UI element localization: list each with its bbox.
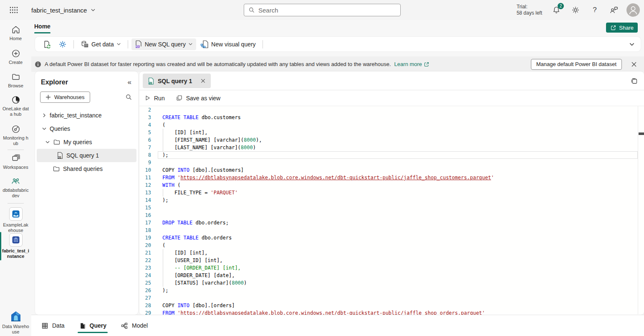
explorer-search-icon[interactable] bbox=[125, 94, 132, 101]
search-input[interactable] bbox=[258, 7, 396, 14]
account-avatar[interactable] bbox=[626, 3, 640, 17]
help-button[interactable]: ? bbox=[588, 3, 601, 17]
query-editor: SQL SQL query 1 Run Save as view 23CREAT… bbox=[139, 71, 644, 315]
line-number: 5 bbox=[139, 129, 151, 136]
run-button[interactable]: Run bbox=[144, 95, 165, 102]
line-number: 10 bbox=[139, 166, 151, 174]
code-line[interactable]: 3CREATE TABLE dbo.customers bbox=[139, 114, 644, 121]
line-number: 28 bbox=[139, 302, 151, 309]
tab-query[interactable]: Query bbox=[79, 322, 106, 329]
banner-close-icon[interactable] bbox=[630, 61, 638, 68]
code-line[interactable]: 16 bbox=[139, 211, 644, 219]
line-number: 19 bbox=[139, 234, 151, 242]
code-line[interactable]: 18 bbox=[139, 227, 644, 234]
code-line[interactable]: 17DROP TABLE dbo.orders; bbox=[139, 219, 644, 227]
line-number: 13 bbox=[139, 189, 151, 196]
nav-lakehouse[interactable]: ExampleLakehouse bbox=[0, 207, 31, 233]
line-number: 22 bbox=[139, 257, 151, 264]
code-line[interactable]: 5 [ID] [int], bbox=[139, 129, 644, 136]
nav-current-workspace[interactable]: dbtlabsfabricdev bbox=[0, 177, 31, 199]
code-line[interactable]: 14); bbox=[139, 196, 644, 204]
code-editor[interactable]: 23CREATE TABLE dbo.customers4(5 [ID] [in… bbox=[139, 106, 644, 314]
line-number: 6 bbox=[139, 136, 151, 144]
manage-dataset-button[interactable]: Manage default Power BI dataset bbox=[531, 59, 622, 70]
search-box[interactable] bbox=[244, 4, 401, 16]
settings-button[interactable] bbox=[569, 3, 582, 17]
new-warehouse-button[interactable]: Warehouses bbox=[40, 92, 90, 103]
tree-item-sql-query[interactable]: SQL SQL query 1 bbox=[37, 149, 136, 162]
report-refresh-icon bbox=[43, 40, 51, 48]
code-line[interactable]: 10COPY INTO [dbo].[customers] bbox=[139, 166, 644, 174]
code-line[interactable]: 28COPY INTO [dbo].[orders] bbox=[139, 302, 644, 309]
tree-item-shared-queries[interactable]: Shared queries bbox=[35, 162, 138, 176]
ribbon-collapse-button[interactable] bbox=[627, 40, 636, 49]
code-line[interactable]: 22 [USER_ID] [int], bbox=[139, 257, 644, 264]
code-line[interactable]: 29FROM 'https://dbtlabsynapsedatalake.bl… bbox=[139, 309, 644, 315]
svg-text:SQL: SQL bbox=[149, 82, 152, 84]
tree-item-queries[interactable]: Queries bbox=[35, 122, 138, 135]
external-link-icon bbox=[424, 61, 429, 67]
nav-warehouse[interactable]: fabric_test_instance bbox=[0, 233, 31, 259]
line-number: 16 bbox=[139, 211, 151, 219]
code-line[interactable]: 12WITH ( bbox=[139, 181, 644, 189]
nav-onelake-data-hub[interactable]: OneLake data hub bbox=[0, 95, 31, 117]
tab-model[interactable]: Model bbox=[121, 322, 148, 329]
notification-badge: 2 bbox=[558, 3, 564, 9]
learn-more-link[interactable]: Learn more bbox=[394, 61, 429, 67]
code-line[interactable]: 4( bbox=[139, 121, 644, 129]
code-line[interactable]: 21 [ID] [int], bbox=[139, 249, 644, 257]
ribbon-toolbar: Get data SQL New SQL query New visual qu… bbox=[35, 37, 641, 51]
tab-home[interactable]: Home bbox=[34, 23, 51, 32]
code-line[interactable]: 27 bbox=[139, 294, 644, 302]
workspace-switcher[interactable]: fabric_test_instance bbox=[31, 0, 96, 20]
tree-item-my-queries[interactable]: My queries bbox=[35, 135, 138, 149]
new-sql-query-button[interactable]: SQL New SQL query bbox=[131, 38, 196, 50]
tree-item-warehouse[interactable]: fabric_test_instance bbox=[35, 109, 138, 122]
chevron-down-icon bbox=[629, 41, 635, 47]
query-tab[interactable]: SQL SQL query 1 bbox=[143, 74, 211, 88]
code-line[interactable]: 6 [FIRST_NAME] [varchar](8000), bbox=[139, 136, 644, 144]
editor-tabstrip: SQL SQL query 1 bbox=[139, 71, 644, 90]
tab-data[interactable]: Data bbox=[41, 322, 65, 329]
close-tab-icon[interactable] bbox=[200, 78, 206, 84]
code-line[interactable]: 9 bbox=[139, 159, 644, 166]
nav-create[interactable]: Create bbox=[0, 49, 31, 65]
code-line[interactable]: 7 [LAST_NAME] [varchar](8000) bbox=[139, 144, 644, 151]
code-line[interactable]: 25 [STATUS] [varchar](8000) bbox=[139, 279, 644, 287]
line-number: 12 bbox=[139, 181, 151, 189]
code-line[interactable]: 24 [ORDER_DATE] [date], bbox=[139, 272, 644, 279]
code-line[interactable]: 2 bbox=[139, 106, 644, 114]
code-line[interactable]: 26); bbox=[139, 287, 644, 294]
open-tabs-list-icon[interactable] bbox=[630, 77, 638, 85]
notifications-button[interactable]: 2 bbox=[550, 3, 563, 17]
code-line[interactable]: 13 FILE_TYPE = 'PARQUET' bbox=[139, 189, 644, 196]
nav-workspaces[interactable]: Workspaces bbox=[0, 154, 31, 170]
explorer-title: Explorer bbox=[41, 79, 68, 86]
warehouse-settings-button[interactable] bbox=[55, 38, 70, 50]
share-button[interactable]: Share bbox=[606, 23, 638, 33]
code-line[interactable]: 23 -- [ORDER_DATE] [int], bbox=[139, 264, 644, 272]
nav-home[interactable]: Home bbox=[0, 25, 31, 41]
collapse-panel-icon[interactable]: « bbox=[128, 78, 131, 87]
code-line[interactable]: 8); bbox=[139, 151, 644, 159]
sql-file-icon: SQL bbox=[148, 77, 154, 85]
editor-scrollbar[interactable] bbox=[638, 106, 638, 314]
onelake-icon bbox=[11, 95, 20, 104]
app-launcher-icon[interactable] bbox=[9, 6, 18, 14]
code-line[interactable]: 19CREATE TABLE dbo.orders bbox=[139, 234, 644, 242]
code-line[interactable]: 11FROM 'https://dbtlabsynapsedatalake.bl… bbox=[139, 174, 644, 181]
new-report-button[interactable] bbox=[39, 38, 54, 50]
new-visual-query-button[interactable]: New visual query bbox=[197, 38, 259, 50]
code-line[interactable]: 15 bbox=[139, 204, 644, 211]
folder-icon bbox=[53, 165, 60, 173]
nav-browse[interactable]: Browse bbox=[0, 72, 31, 89]
feedback-button[interactable] bbox=[607, 3, 621, 17]
code-line[interactable]: 20( bbox=[139, 242, 644, 249]
nav-data-warehouse[interactable]: Data Warehouse bbox=[0, 311, 31, 335]
nav-monitoring-hub[interactable]: Monitoring hub bbox=[0, 125, 31, 146]
line-number: 4 bbox=[139, 121, 151, 129]
nav-rail: Home Create Browse OneLake data hub Moni… bbox=[0, 20, 31, 336]
line-number: 3 bbox=[139, 114, 151, 121]
get-data-button[interactable]: Get data bbox=[77, 38, 124, 50]
save-as-view-button[interactable]: Save as view bbox=[176, 94, 220, 102]
